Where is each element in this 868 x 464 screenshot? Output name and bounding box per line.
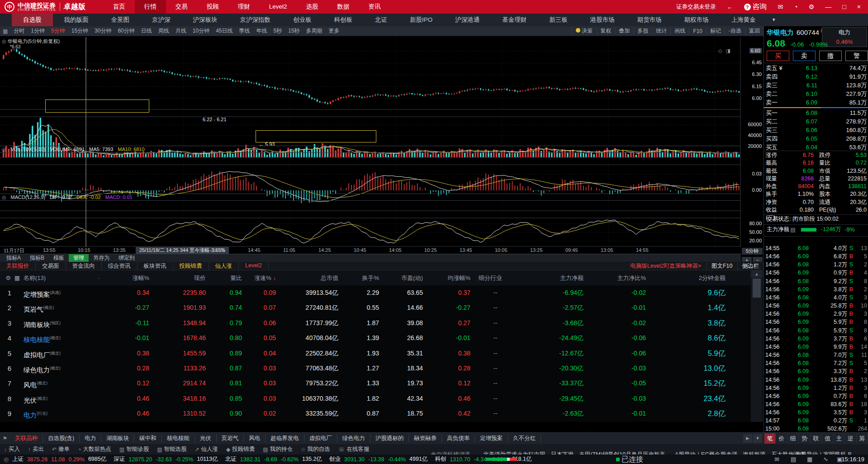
industry-box[interactable]: 电力 0.46% [822, 27, 867, 47]
tick-row[interactable]: 14:566.0925.8万B10 [764, 302, 868, 310]
market-tab-8[interactable]: 北证 [364, 14, 398, 26]
split-view-icon[interactable]: ◨ [726, 48, 734, 53]
chart-tool-1[interactable]: 复权 [596, 27, 615, 35]
tag-7[interactable]: 页岩气 [217, 435, 244, 442]
tab-overflow-caret-icon[interactable]: ▼ [767, 14, 781, 26]
tick-tab-0[interactable]: 笔 [764, 433, 776, 444]
col-header-8[interactable]: 主力净额 [511, 270, 583, 285]
tick-prev-button[interactable]: ▶ [743, 434, 752, 443]
market-tab-14[interactable]: 期货市场 [626, 14, 673, 26]
bid-row[interactable]: 买三6.06160.8万 [764, 126, 868, 134]
mail-status-icon[interactable]: ✉ [774, 455, 779, 464]
tag-3[interactable]: 湖南板块 [101, 435, 134, 442]
tick-row[interactable]: 14:556.084.0万S13 [764, 244, 868, 252]
index-quote-4[interactable]: 科创1310.70-4.34-0.33%618.1亿 [435, 455, 531, 463]
menu-item-3[interactable]: 投顾 [197, 0, 228, 14]
tick-row[interactable]: 14:566.084.0万S3 [764, 294, 868, 302]
panel-tab-6[interactable]: 仙人涨 [209, 262, 239, 270]
index-quote-3[interactable]: 创业3031.30-13.39-0.44%4991亿 [329, 455, 428, 463]
market-tab-12[interactable]: 新三板 [538, 14, 579, 26]
ask-row[interactable]: 卖五 ¥6.1374.4万 [764, 64, 868, 72]
quick-action-2[interactable]: ↶撤单 [48, 445, 74, 453]
news-item-2[interactable]: A股异动｜EC概念股走强，海科新源、石大胜华涨停 [675, 450, 805, 455]
tag-14[interactable]: 高负债率 [442, 435, 475, 442]
period-16[interactable]: 更多 [326, 27, 343, 35]
menu-item-5[interactable]: Level2 [260, 0, 297, 14]
scroll-up-icon[interactable]: ▲ [751, 270, 763, 278]
tick-row[interactable]: 14:566.087.0万S11 [764, 351, 868, 359]
tick-list[interactable]: 14:556.084.0万S1314:566.096.8万B514:566.08… [764, 244, 868, 433]
market-tab-9[interactable]: 新股IPO [398, 14, 444, 26]
cancel-button[interactable]: 撤 [819, 51, 842, 61]
tick-row[interactable]: 14:566.093.3万B2 [764, 367, 868, 375]
graphic-f10-button[interactable]: 图文F10 [707, 262, 737, 270]
collapse-icon[interactable]: ◎ [2, 194, 6, 200]
consult-button[interactable]: ?咨询 [744, 2, 767, 12]
tick-row[interactable]: 14:566.096.8万B5 [764, 252, 868, 260]
alert-button[interactable]: 警 [845, 51, 868, 61]
ask-row[interactable]: 卖二6.10227.9万 [764, 90, 868, 98]
tag-4[interactable]: 碳中和 [134, 435, 162, 442]
quick-action-1[interactable]: ↑卖出 [24, 445, 48, 453]
menu-item-6[interactable]: 选股 [296, 0, 327, 14]
chart-tool-5[interactable]: 画线 [670, 27, 689, 35]
market-tab-13[interactable]: 港股市场 [579, 14, 626, 26]
list-detail-icon[interactable]: ▤ [790, 226, 796, 233]
table-row[interactable]: 3湖南板块(地区)-0.111348.940.790.0617737.99亿1.… [0, 316, 764, 331]
sidebar-button[interactable]: 侧边栏 [737, 262, 764, 270]
bid-row[interactable]: 买一6.0811.5万 [764, 109, 868, 117]
market-tab-4[interactable]: 沪深板块 [182, 14, 229, 26]
layout-grid-icon[interactable]: ▦ [0, 28, 10, 34]
indicator-tab-2[interactable]: 模板 [49, 254, 69, 262]
market-tab-11[interactable]: 基金理财 [491, 14, 538, 26]
news-item-1[interactable]: 北美强劲需求火力扛中国、日本下滑，丰田(TM)销量创10月单月历史新高 [483, 450, 665, 455]
chart-tool-8[interactable]: -自选 [725, 27, 745, 35]
market-tab-15[interactable]: 期权市场 [673, 14, 720, 26]
buy-button[interactable]: 买 [767, 51, 789, 61]
index-quote-1[interactable]: 深证12875.20-32.63-0.25%10113亿 [114, 455, 218, 463]
quick-action-10[interactable]: ☏在线客服 [334, 445, 373, 453]
close-button[interactable]: × [857, 3, 861, 10]
diamond-icon[interactable]: ◇ [718, 48, 726, 53]
period-1[interactable]: 1分钟 [28, 27, 48, 35]
market-tab-10[interactable]: 沪深港通 [444, 14, 491, 26]
table-row[interactable]: 4核电核能(概念)-0.011678.460.800.0540708.04亿1.… [0, 331, 764, 346]
col-header-9[interactable]: 主力净比% [574, 270, 646, 285]
market-tab-2[interactable]: 全景图 [100, 14, 141, 26]
menu-item-8[interactable]: 资讯 [359, 0, 390, 14]
mail-icon[interactable]: ✉ [778, 3, 783, 10]
tick-row[interactable]: 14:566.093.8万B2 [764, 285, 868, 294]
period-4[interactable]: 30分钟 [91, 27, 114, 35]
panel-tab-7[interactable]: Level2 [239, 262, 269, 270]
market-tab-1[interactable]: 我的版面 [53, 14, 100, 26]
period-2[interactable]: 5分钟 [48, 27, 68, 35]
menu-item-4[interactable]: 理财 [228, 0, 260, 14]
quick-action-0[interactable]: ↓买入 [0, 445, 24, 453]
col-header-2[interactable]: 量比 [170, 270, 242, 285]
table-row[interactable]: 5虚拟电厂(概念)0.381455.590.890.0422502.84亿1.9… [0, 346, 764, 361]
tick-row[interactable]: 14:566.093.5万B3 [764, 408, 868, 417]
panel-tab-4[interactable]: 板块资讯 [138, 262, 173, 270]
tag-9[interactable]: 超临界发电 [266, 435, 304, 442]
chart-tool-3[interactable]: 多股 [633, 27, 652, 35]
bid-row[interactable]: 买二6.07278.9万 [764, 117, 868, 126]
tick-row[interactable]: 14:576.080.2万S1 [764, 417, 868, 425]
tick-row[interactable]: 14:566.090.9万B4 [764, 269, 868, 277]
chart-tool-7[interactable]: 标记 [706, 27, 725, 35]
chart-tool-4[interactable]: 统计 [652, 27, 670, 35]
period-0[interactable]: 分时 [10, 27, 28, 35]
tick-row[interactable]: 14:566.085.9万S8 [764, 327, 868, 335]
tick-tab-6[interactable]: 主 [834, 433, 845, 444]
indicator-tab-1[interactable]: 指标B [25, 254, 49, 262]
ask-row[interactable]: 卖四6.1291.9万 [764, 72, 868, 81]
tick-row[interactable]: 14:566.0913.8万B13 [764, 376, 868, 384]
tick-tab-8[interactable]: 筹 [857, 433, 868, 444]
indicator-tab-0[interactable]: 指标A [2, 254, 25, 262]
pin-icon[interactable]: ⚑ [0, 436, 10, 441]
level2-promo-link[interactable]: 电脑版Level2盯盘策略神器> [630, 262, 707, 270]
period-8[interactable]: 月线 [172, 27, 190, 35]
tick-row[interactable]: 14:566.092.9万B3 [764, 310, 868, 318]
market-tab-6[interactable]: 创业板 [282, 14, 323, 26]
tag-0[interactable]: 关联品种 [10, 435, 43, 442]
period-13[interactable]: 5秒 [270, 27, 285, 35]
